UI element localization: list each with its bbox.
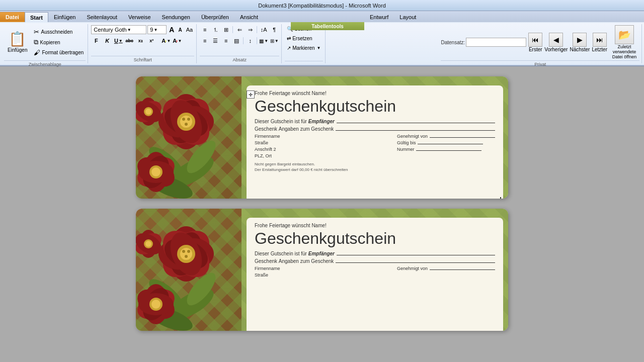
nav-letzter-button[interactable]: ⏭ [593, 33, 607, 47]
svg-point-13 [180, 116, 192, 128]
font-name-dropdown-arrow[interactable]: ▼ [127, 28, 131, 32]
list-ordered-button[interactable]: ⒈ [210, 25, 220, 34]
multilevel-list-button[interactable]: ⊞ [221, 25, 231, 34]
datensatz-input[interactable] [466, 38, 526, 47]
svg-point-28 [145, 109, 151, 115]
align-justify-button[interactable]: ▤ [231, 36, 242, 45]
sep2 [232, 26, 233, 33]
einfuegen-icon: 📋 [9, 32, 26, 46]
font-shrink-button[interactable]: A [177, 25, 183, 34]
clear-format-button[interactable]: Aa [185, 25, 194, 34]
superscript-button[interactable]: x² [146, 36, 156, 45]
svg-point-42 [180, 248, 192, 260]
tab-layout[interactable]: Layout [394, 12, 422, 22]
font-grow-button[interactable]: A [168, 25, 176, 34]
bold-button[interactable]: F [91, 36, 101, 45]
kopieren-button[interactable]: ⧉ Kopieren [32, 37, 86, 47]
datensatz-content: Datensatz: ⏮ Erster ◀ Vorheriger ▶ Nächs… [441, 24, 639, 60]
tab-verweise[interactable]: Verweise [123, 12, 156, 22]
resize-handle-1[interactable] [497, 197, 501, 199]
card-subtitle-1: Frohe Feiertage wünscht Name! [255, 90, 495, 96]
fuer-underline-2 [337, 255, 495, 255]
align-left-button[interactable]: ≡ [200, 36, 210, 45]
nav-naechster-button[interactable]: ▶ [573, 33, 587, 47]
tab-ansicht[interactable]: Ansicht [234, 12, 264, 22]
zwischenablage-label: Zwischenablage [4, 60, 86, 68]
document-area: ✛ [0, 66, 644, 351]
tabellentools-tab[interactable]: Tabellentools [291, 22, 364, 30]
card-geschenk-line-1: Geschenk Angaben zum Geschenk [255, 126, 495, 132]
text-color-button[interactable]: A ▼ [172, 36, 182, 45]
underline-button[interactable]: U▼ [113, 36, 123, 45]
nav-zuletzt: 📂 Zuletzt verwendete Datei öffnen [609, 25, 639, 59]
sep5 [257, 37, 257, 44]
tab-seitenlayout[interactable]: Seitenlayout [81, 12, 123, 22]
tab-entwurf[interactable]: Entwurf [364, 12, 394, 22]
strikethrough-button[interactable]: abc [124, 36, 134, 45]
tab-uberpruefen[interactable]: Überprüfen [196, 12, 234, 22]
svg-point-52 [151, 300, 160, 309]
card-inner-2[interactable]: Frohe Feiertage wünscht Name! Geschenkgu… [247, 218, 503, 331]
card-address-col-2: Firmenname Straße [255, 266, 280, 278]
tab-sendungen[interactable]: Sendungen [156, 12, 196, 22]
tab-einfuegen[interactable]: Einfügen [48, 12, 81, 22]
card-title-1: Geschenkgutschein [255, 97, 495, 116]
svg-point-23 [151, 167, 160, 176]
align-right-button[interactable]: ≡ [221, 36, 231, 45]
svg-point-14 [182, 118, 185, 121]
card-title-2: Geschenkgutschein [255, 229, 495, 248]
einfuegen-button[interactable]: 📋 Einfügen [4, 25, 31, 59]
indent-increase-button[interactable]: ⇒ [245, 25, 255, 34]
indent-decrease-button[interactable]: ⇐ [234, 25, 245, 34]
ersetzen-button[interactable]: ⇄ Ersetzen [285, 35, 314, 42]
nav-erster: ⏮ Erster [528, 33, 542, 52]
nummer-row-1: Nummer [397, 147, 495, 152]
italic-button[interactable]: K [102, 36, 112, 45]
clipboard-small-btns: ✂ Ausschneiden ⧉ Kopieren 🖌 Format übert… [32, 27, 86, 57]
font-name-input[interactable]: Century Goth ▼ [91, 25, 146, 34]
tab-start[interactable]: Start [25, 12, 48, 22]
format-icon: 🖌 [34, 49, 40, 56]
format-uebertragen-button[interactable]: 🖌 Format übertragen [32, 48, 86, 57]
card-approval-col-2: Genehmigt von [397, 266, 495, 278]
genehmigt-line-1 [430, 137, 495, 138]
svg-point-15 [187, 118, 190, 121]
ribbon-tabs: Datei Start Einfügen Seitenlayout Verwei… [0, 11, 644, 22]
show-paragraph-button[interactable]: ¶ [269, 25, 279, 34]
fuer-underline-1 [337, 123, 495, 123]
text-highlight-button[interactable]: A ▼ [161, 36, 171, 45]
shading-button[interactable]: ▦▼ [259, 36, 269, 45]
align-center-button[interactable]: ☰ [210, 36, 220, 45]
floral-decoration-2 [136, 209, 242, 331]
subscript-button[interactable]: x₂ [135, 36, 145, 45]
ausschneiden-button[interactable]: ✂ Ausschneiden [32, 27, 86, 37]
tab-datei[interactable]: Datei [0, 12, 25, 22]
sort-button[interactable]: ↕A [259, 25, 269, 34]
nav-letzter: ⏭ Letzter [592, 33, 607, 52]
card-fuer-line-2: Dieser Gutschein ist für Empfänger [255, 251, 495, 256]
border-button[interactable]: ⊞▼ [269, 36, 279, 45]
genehmigt-line-2 [430, 269, 495, 270]
markieren-button[interactable]: ↗ Markieren ▼ [285, 44, 323, 52]
datensatz-label: Datensatz: [441, 40, 465, 45]
genehmigt-row-1: Genehmigt von [397, 134, 495, 139]
nav-vorheriger: ◀ Vorheriger [544, 33, 568, 52]
nav-erster-button[interactable]: ⏮ [528, 33, 542, 47]
font-size-dropdown-arrow[interactable]: ▼ [153, 28, 157, 32]
svg-point-57 [145, 241, 151, 247]
kopieren-icon: ⧉ [34, 38, 38, 46]
nav-zuletzt-button[interactable]: 📂 [615, 25, 634, 44]
privat-label: Privat [441, 60, 639, 68]
move-handle-1[interactable]: ✛ [247, 90, 255, 99]
card-inner-1[interactable]: Frohe Feiertage wünscht Name! Geschenkgu… [247, 85, 503, 199]
font-size-input[interactable]: 9 ▼ [147, 25, 167, 34]
svg-point-43 [182, 250, 185, 253]
markieren-dropdown-arrow: ▼ [317, 46, 321, 50]
list-unordered-button[interactable]: ≡ [200, 25, 210, 34]
card-disclaimer-1: Nicht gegen Bargeld eintauschen. Der Ers… [255, 161, 495, 172]
card-subtitle-2: Frohe Feiertage wünscht Name! [255, 223, 495, 228]
ausschneiden-icon: ✂ [34, 28, 39, 36]
line-spacing-button[interactable]: ↕ [245, 36, 255, 45]
sep3 [257, 26, 257, 33]
nav-vorheriger-button[interactable]: ◀ [549, 33, 563, 47]
